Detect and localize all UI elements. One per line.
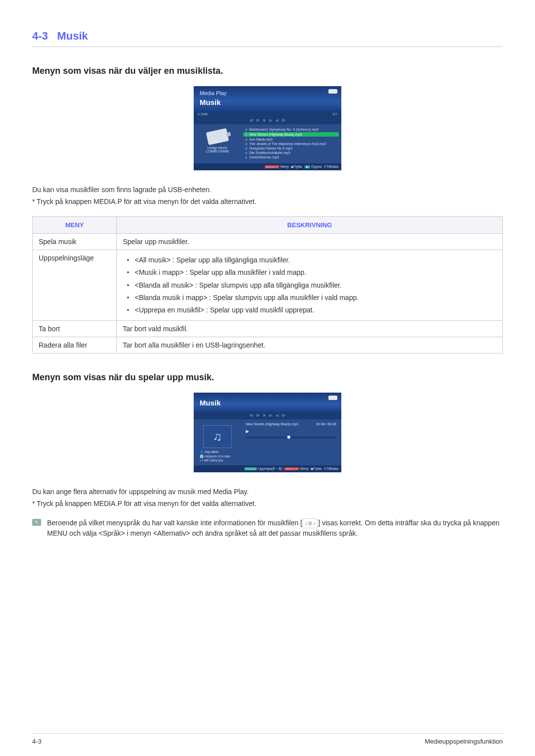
table-row: Spela musikSpelar upp musikfiler. <box>33 234 503 250</box>
menu-cell: Uppspelningsläge <box>33 250 117 321</box>
menu-cell: Spela musik <box>33 234 117 250</box>
section-title: 4-3 Musik <box>32 30 503 47</box>
footer-section: Medieuppspelningsfunktion <box>425 738 503 745</box>
track-row: ♫Die Schlittschuhläufer.mp3 <box>245 151 337 155</box>
track-row: ♫GreenSleeves.mp3 <box>245 155 337 159</box>
usb-icon <box>328 89 337 94</box>
playback-tab: Musik <box>200 399 335 407</box>
table-row: Uppspelningsläge<All musik> : Spelar upp… <box>33 250 503 321</box>
menu-cell: Ta bort <box>33 321 117 337</box>
inline-glyph-icons: ♩⊕♪ <box>302 518 318 529</box>
subtitle-playback: Menyn som visas när du spelar upp musik. <box>32 372 503 383</box>
shot2-footer: TOOLSUpprepa(R→B) MEDIA.PMeny ◆Flytta ↺T… <box>194 465 341 472</box>
th-menu: MENY <box>33 217 117 234</box>
info-text: Beroende på vilket menyspråk du har valt… <box>47 518 503 539</box>
screenshot-playback: Musik ⟲⟳✕⊳⊲⟳ ♫ 👤 clay aiken 💿 measure of… <box>194 393 341 472</box>
track-row: ♫Hungarian Dance No.5.mp3 <box>245 146 337 151</box>
list-item: <Blanda musik i mapp> : Spelar slumpvis … <box>127 292 496 304</box>
footer-page: 4-3 <box>32 738 42 745</box>
progress-bar <box>246 437 336 438</box>
shot-footer: MEDIA.PMeny ◆Flytta ▶Öppna ↺Tillbaka <box>194 163 341 170</box>
menu-cell: Radera alla filer <box>33 337 117 353</box>
info-icon: ✎ <box>32 519 41 526</box>
menu-table: MENY BESKRIVNING Spela musikSpelar upp m… <box>32 216 503 353</box>
list-item: <Blanda all musik> : Spelar slumpvis upp… <box>127 279 496 292</box>
track-row: ♫Beethoven's Symphony No. 9 (Scherzo).mp… <box>245 127 337 132</box>
time: 01:40 / 03:46 <box>316 422 336 426</box>
desc-cell: Tar bort alla musikfiler i en USB-lagrin… <box>117 337 503 353</box>
desc-cell: Tar bort vald musikfil. <box>117 321 503 337</box>
desc-cell: <All musik> : Spelar upp alla tillgängli… <box>117 250 503 321</box>
usb-icon <box>328 396 337 400</box>
mediaplay-title: Media Play <box>200 90 335 96</box>
info-box: ✎ Beroende på vilket menyspråk du har va… <box>32 518 503 539</box>
track-list: ♫Beethoven's Symphony No. 9 (Scherzo).mp… <box>241 124 341 163</box>
file-size: 4.2MB <box>198 112 208 116</box>
album-art: ♫ <box>203 425 232 448</box>
usb-large-icon <box>206 128 228 145</box>
note-mediap-1: * Tryck på knappen MEDIA.P för att visa … <box>32 197 503 207</box>
title-row: ♪ I will Carry you <box>200 458 238 462</box>
mediaplay-tab: Musik <box>200 98 335 106</box>
track-row: ♫The Jewels of The Madonna Intermezzo No… <box>245 142 337 146</box>
music-note-icon: ♫ <box>213 430 222 444</box>
album-row: 💿 measure of a man <box>200 454 238 458</box>
free-label: Ledigt minne <box>197 146 238 150</box>
paragraph-options: Du kan ange flera alternativ för uppspel… <box>32 487 503 497</box>
list-item: <All musik> : Spelar upp alla tillgängli… <box>127 254 496 266</box>
section-number: 4-3 <box>32 30 48 42</box>
section-name: Musik <box>57 30 88 42</box>
track-row: ♫Ave Maria.mp3 <box>245 137 337 142</box>
now-playing: New Stories (Highway Blues).mp3 <box>246 422 298 426</box>
table-row: Ta bortTar bort vald musikfil. <box>33 321 503 337</box>
track-row: ♫New Stories (Highway Blues).mp3 <box>243 132 339 137</box>
table-row: Radera alla filerTar bort alla musikfile… <box>33 337 503 353</box>
list-item: <Upprepa en musikfil> : Spelar upp vald … <box>127 304 496 316</box>
subtitle-musiclist: Menyn som visas när du väljer en musikli… <box>32 66 503 76</box>
free-value: 119MB/199MB <box>197 150 238 153</box>
desc-cell: Spelar upp musikfiler. <box>117 234 503 250</box>
note-mediap-2: * Tryck på knappen MEDIA.P för att visa … <box>32 499 503 509</box>
th-desc: BESKRIVNING <box>117 217 503 234</box>
track-count: 2/7 <box>332 112 337 116</box>
paragraph-usb: Du kan visa musikfiler som finns lagrade… <box>32 185 503 195</box>
artist-row: 👤 clay aiken <box>200 450 238 454</box>
screenshot-musiclist: Media Play Musik 4.2MB ⟲⟳✕⊳⊲⟳ 2/7 Ledigt… <box>194 86 341 170</box>
list-item: <Musik i mapp> : Spelar upp alla musikfi… <box>127 266 496 279</box>
